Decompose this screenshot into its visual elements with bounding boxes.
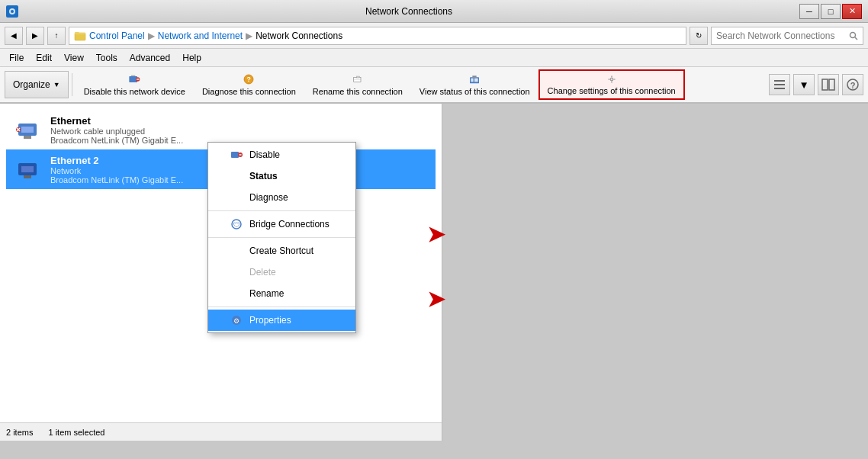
minimize-button[interactable]: ─: [799, 4, 819, 19]
rename-button-label: Rename this connection: [313, 87, 403, 96]
forward-button[interactable]: ▶: [26, 27, 44, 45]
svg-text:🛡: 🛡: [233, 221, 240, 229]
title-bar-buttons: ─ □ ✕: [799, 4, 862, 19]
svg-point-2: [11, 10, 14, 13]
svg-rect-17: [471, 79, 474, 82]
red-arrow-2: ➤: [427, 287, 445, 312]
ctx-diagnose-icon: [230, 191, 243, 204]
settings-toolbar-button[interactable]: Change settings of this connection: [538, 69, 685, 100]
close-button[interactable]: ✕: [842, 4, 862, 19]
svg-rect-33: [21, 127, 34, 133]
ctx-bridge-icon: 🛡: [230, 217, 243, 231]
svg-rect-18: [474, 79, 478, 82]
menu-bar: File Edit View Tools Advanced Help: [0, 49, 868, 67]
svg-text:?: ?: [247, 75, 252, 83]
svg-rect-21: [611, 75, 612, 77]
ctx-sep-1: [208, 210, 355, 211]
ctx-delete-icon: [230, 265, 243, 279]
rename-toolbar-button[interactable]: Rename this connection: [304, 69, 411, 100]
change-view-button[interactable]: ▼: [793, 74, 815, 95]
title-bar-left: [6, 5, 18, 18]
organize-label: Organize: [13, 79, 50, 90]
folder-icon: [74, 30, 86, 42]
breadcrumb-network-internet[interactable]: Network and Internet: [158, 30, 243, 41]
menu-help[interactable]: Help: [176, 51, 207, 65]
svg-rect-23: [608, 79, 609, 79]
ctx-properties-icon: ⚙: [230, 313, 243, 327]
toolbar-right: ▼ ?: [769, 74, 863, 95]
svg-rect-16: [473, 75, 477, 77]
ctx-rename[interactable]: Rename: [208, 283, 355, 304]
menu-view[interactable]: View: [58, 51, 90, 65]
toolbar-divider-1: [72, 73, 72, 96]
up-button[interactable]: ↑: [47, 27, 66, 45]
preview-pane-button[interactable]: [818, 74, 839, 95]
ethernet2-icon-container: [12, 154, 43, 185]
ethernet2-network-icon: [12, 154, 43, 185]
back-button[interactable]: ◀: [5, 27, 23, 45]
menu-advanced[interactable]: Advanced: [124, 51, 176, 65]
ctx-properties[interactable]: ⚙ Properties: [208, 310, 355, 331]
context-menu: Disable Status Diagnose 🛡 Bridge Connect…: [207, 142, 356, 333]
svg-line-5: [855, 37, 857, 40]
menu-tools[interactable]: Tools: [90, 51, 124, 65]
ctx-disable[interactable]: Disable: [208, 144, 355, 165]
ctx-bridge[interactable]: 🛡 Bridge Connections: [208, 213, 355, 235]
ctx-sep-2: [208, 237, 355, 238]
help-icon: ?: [846, 78, 860, 91]
svg-point-20: [610, 79, 612, 81]
menu-edit[interactable]: Edit: [30, 51, 58, 65]
svg-rect-34: [24, 136, 31, 139]
svg-rect-12: [354, 77, 361, 82]
ctx-diagnose[interactable]: Diagnose: [208, 187, 355, 208]
ctx-disable-icon: [230, 148, 243, 162]
status-bar: 2 items 1 item selected: [0, 422, 442, 441]
diagnose-button-label: Diagnose this connection: [202, 87, 296, 96]
breadcrumb: Control Panel ▶ Network and Internet ▶ N…: [69, 27, 686, 45]
svg-text:⚙: ⚙: [233, 317, 240, 325]
help-button[interactable]: ?: [842, 74, 863, 95]
organize-button[interactable]: Organize ▼: [5, 71, 69, 98]
svg-rect-25: [774, 80, 785, 82]
status-toolbar-button[interactable]: View status of this connection: [411, 69, 538, 100]
status-button-label: View status of this connection: [420, 87, 530, 96]
ctx-status-icon: [230, 169, 243, 183]
breadcrumb-control-panel[interactable]: Control Panel: [89, 30, 145, 41]
ctx-rename-icon: [230, 287, 243, 300]
search-box[interactable]: [711, 27, 863, 45]
main-content: Ethernet Network cable unplugged Broadco…: [0, 104, 868, 441]
menu-file[interactable]: File: [3, 51, 30, 65]
network-panel: Ethernet Network cable unplugged Broadco…: [0, 104, 442, 441]
window-title: Network Connections: [18, 6, 799, 17]
organize-arrow-icon: ▼: [53, 81, 60, 88]
view-details-icon: [773, 78, 786, 91]
ethernet-name: Ethernet: [50, 115, 429, 127]
disable-icon: [125, 73, 143, 85]
rename-icon: [349, 73, 367, 85]
ctx-shortcut[interactable]: Create Shortcut: [208, 240, 355, 262]
svg-rect-24: [613, 79, 615, 79]
svg-rect-27: [774, 88, 785, 89]
maximize-button[interactable]: □: [821, 4, 841, 19]
preview-pane-icon: [821, 78, 835, 91]
ctx-status[interactable]: Status: [208, 165, 355, 187]
svg-point-4: [850, 32, 856, 37]
breadcrumb-network-connections: Network Connections: [256, 30, 342, 41]
svg-rect-40: [24, 175, 31, 178]
diagnose-toolbar-button[interactable]: ? Diagnose this connection: [194, 69, 304, 100]
selected-count: 1 item selected: [48, 428, 104, 437]
status-icon: [465, 73, 484, 85]
svg-rect-28: [822, 79, 828, 90]
disable-toolbar-button[interactable]: Disable this network device: [76, 69, 194, 100]
svg-rect-22: [611, 81, 612, 82]
svg-rect-39: [21, 166, 34, 172]
view-details-button[interactable]: [769, 74, 790, 95]
settings-icon: [603, 74, 621, 85]
search-input[interactable]: [716, 30, 846, 41]
svg-text:?: ?: [850, 81, 856, 90]
title-bar: Network Connections ─ □ ✕: [0, 0, 868, 23]
ctx-delete: Delete: [208, 262, 355, 283]
svg-rect-41: [231, 152, 239, 158]
refresh-button[interactable]: ↻: [690, 27, 708, 45]
ctx-sep-3: [208, 307, 355, 307]
